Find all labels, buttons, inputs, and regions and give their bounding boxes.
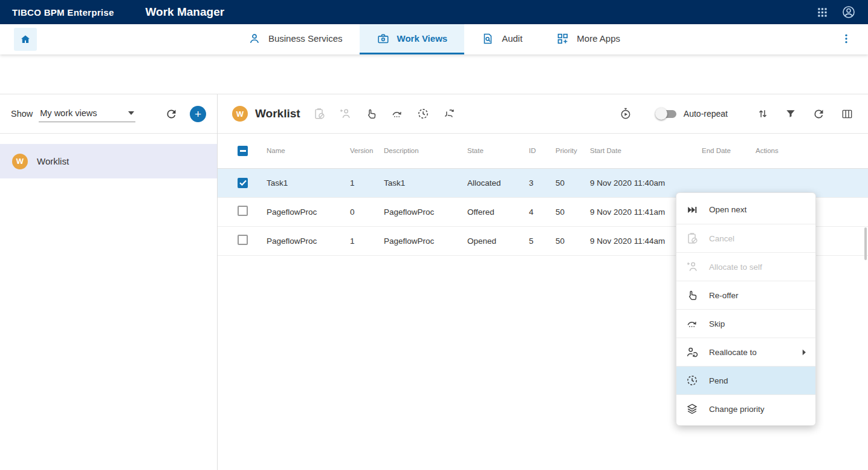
topbar: TIBCO BPM Enterprise Work Manager: [0, 0, 868, 24]
column-header-actions: Actions: [756, 134, 868, 168]
column-header-priority[interactable]: Priority: [555, 134, 590, 168]
tab-audit[interactable]: Audit: [464, 24, 539, 54]
cell-state: Offered: [467, 197, 529, 226]
pend-icon[interactable]: [416, 107, 430, 120]
cell-id: 5: [529, 226, 555, 255]
cancel-icon[interactable]: [313, 107, 326, 120]
cell-id: 3: [529, 168, 555, 197]
work-views-icon: [376, 32, 389, 45]
tab-more-apps[interactable]: More Apps: [539, 24, 637, 54]
work-view-item-worklist[interactable]: W Worklist: [0, 144, 217, 178]
menu-item-label: Cancel: [709, 234, 734, 243]
brand-logo: TIBCO BPM Enterprise: [12, 7, 114, 18]
cell-description: PageflowProc: [384, 197, 467, 226]
allocate-to-self-icon[interactable]: [338, 107, 352, 120]
cell-name: PageflowProc: [267, 197, 350, 226]
cell-version: 1: [350, 226, 384, 255]
row-checkbox[interactable]: [238, 235, 248, 245]
tab-business-services[interactable]: Business Services: [231, 24, 360, 54]
skip-icon[interactable]: [390, 107, 404, 120]
scrollbar-thumb[interactable]: [864, 227, 867, 260]
cell-priority: 50: [555, 168, 590, 197]
more-apps-icon: [556, 32, 569, 45]
worklist-badge: W: [232, 106, 248, 122]
auto-repeat-toggle[interactable]: [656, 110, 676, 118]
column-header-end-date[interactable]: End Date: [702, 134, 756, 168]
add-view-button[interactable]: +: [190, 106, 206, 122]
auto-repeat-timer-icon[interactable]: [619, 107, 632, 120]
table-header-row: Name Version Description State ID Priori…: [218, 134, 868, 168]
filter-icon[interactable]: [785, 108, 797, 120]
change-priority-icon: [685, 402, 699, 416]
menu-item-label: Open next: [709, 205, 747, 214]
show-label: Show: [11, 109, 33, 119]
menu-item-allocate-to-self[interactable]: Allocate to self: [676, 252, 815, 281]
column-header-state[interactable]: State: [467, 134, 529, 168]
tab-label: Audit: [502, 33, 522, 44]
re-offer-icon: [685, 289, 699, 302]
tab-label: More Apps: [577, 33, 620, 44]
work-view-selector[interactable]: My work views: [39, 106, 135, 122]
menu-item-re-offer[interactable]: Re-offer: [676, 281, 815, 309]
menu-item-label: Allocate to self: [709, 263, 762, 272]
column-header-description[interactable]: Description: [384, 134, 467, 168]
submenu-chevron-right-icon: [802, 349, 806, 356]
menu-item-label: Reallocate to: [709, 348, 757, 357]
pend-icon: [685, 374, 699, 387]
cell-version: 0: [350, 197, 384, 226]
menu-item-change-priority[interactable]: Change priority: [676, 394, 815, 423]
refresh-views-button[interactable]: [165, 108, 178, 120]
cancel-icon: [685, 232, 699, 245]
reallocate-to-icon: [685, 345, 699, 359]
kebab-icon: [840, 33, 852, 45]
cell-priority: 50: [555, 226, 590, 255]
re-offer-icon[interactable]: [364, 107, 378, 120]
tab-work-views[interactable]: Work Views: [359, 24, 464, 54]
skip-icon: [685, 317, 699, 330]
worklist-header: W Worklist: [218, 94, 868, 134]
cell-id: 4: [529, 197, 555, 226]
re-submit-icon[interactable]: [442, 107, 456, 120]
row-checkbox[interactable]: [238, 178, 248, 188]
menu-item-reallocate-to[interactable]: Reallocate to: [676, 338, 815, 366]
row-actions-context-menu: Open next Cancel Allocate to self Re-off…: [676, 192, 816, 426]
work-views-list: W Worklist: [0, 134, 217, 178]
app-title: Work Manager: [146, 5, 225, 19]
refresh-list-icon[interactable]: [812, 108, 825, 120]
menu-item-cancel[interactable]: Cancel: [676, 224, 815, 252]
column-header-start-date[interactable]: Start Date: [590, 134, 702, 168]
tab-label: Business Services: [268, 33, 343, 44]
sort-icon[interactable]: [757, 108, 769, 120]
user-avatar-icon[interactable]: [841, 5, 856, 19]
business-services-icon: [248, 32, 261, 45]
menu-item-label: Change priority: [709, 405, 765, 414]
navbar: Business Services Work Views Audit More …: [0, 24, 868, 54]
work-view-selector-value: My work views: [40, 108, 97, 118]
menu-item-label: Skip: [709, 319, 725, 328]
home-button[interactable]: [14, 28, 37, 51]
menu-item-open-next[interactable]: Open next: [676, 195, 815, 224]
apps-grid-icon[interactable]: [817, 7, 828, 18]
tab-label: Work Views: [397, 33, 447, 44]
cell-state: Opened: [467, 226, 529, 255]
column-header-name[interactable]: Name: [267, 134, 350, 168]
overflow-menu-button[interactable]: [840, 33, 852, 47]
nav-tabs: Business Services Work Views Audit More …: [231, 24, 637, 54]
column-header-version[interactable]: Version: [350, 134, 384, 168]
work-views-panel: Show My work views + W Worklist: [0, 94, 218, 470]
home-icon: [19, 33, 31, 45]
open-next-icon: [685, 203, 699, 217]
columns-icon[interactable]: [841, 108, 853, 120]
audit-icon: [481, 32, 494, 45]
toggle-knob: [655, 108, 667, 120]
cell-name: Task1: [267, 168, 350, 197]
cell-state: Allocated: [467, 168, 529, 197]
worklist-toolbar: [313, 107, 456, 120]
menu-item-pend[interactable]: Pend: [676, 366, 815, 394]
cell-description: Task1: [384, 168, 467, 197]
column-header-id[interactable]: ID: [529, 134, 555, 168]
row-checkbox[interactable]: [238, 206, 248, 216]
select-all-checkbox[interactable]: [238, 146, 248, 156]
menu-item-skip[interactable]: Skip: [676, 309, 815, 338]
allocate-to-self-icon: [685, 260, 699, 273]
